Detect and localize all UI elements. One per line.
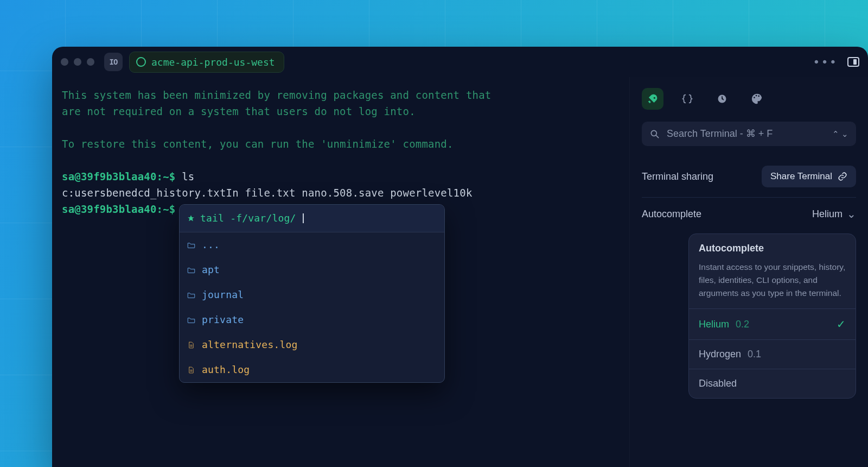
autocomplete-item[interactable]: alternatives.log	[180, 332, 444, 357]
share-terminal-button[interactable]: Share Terminal	[762, 166, 856, 187]
motd-line: are not required on a system that users …	[62, 103, 623, 119]
host-pill[interactable]: acme-api-prod-us-west	[129, 52, 284, 73]
side-tabs	[642, 88, 856, 110]
sharing-label: Terminal sharing	[642, 171, 713, 182]
card-desc: Instant access to your snippets, history…	[689, 256, 856, 309]
autocomplete-current-text: tail -f/var/log/	[200, 210, 296, 226]
ls-output: c:usersbenedcd_history.txtIn file.txt na…	[62, 185, 623, 201]
autocomplete-item-label: auth.log	[202, 362, 250, 378]
card-title: Autocomplete	[689, 234, 856, 256]
panel-toggle-icon[interactable]	[847, 57, 859, 67]
autocomplete-row: Autocomplete Helium ⌄	[642, 200, 856, 228]
app-badge: IO	[104, 53, 123, 71]
check-icon: ✓	[837, 318, 846, 331]
text-cursor	[303, 213, 304, 223]
svg-point-5	[651, 130, 656, 136]
autocomplete-item-label: apt	[202, 262, 220, 278]
link-icon	[838, 172, 847, 181]
host-name: acme-api-prod-us-west	[151, 56, 275, 68]
autocomplete-option[interactable]: Disabled	[689, 369, 856, 398]
autocomplete-item-label: journal	[202, 287, 244, 303]
autocomplete-item-label: ...	[202, 237, 220, 253]
search-field[interactable]: ⌃ ⌄	[642, 122, 856, 146]
titlebar: IO acme-api-prod-us-west •••	[52, 47, 868, 77]
search-input[interactable]	[667, 128, 826, 140]
search-icon	[649, 129, 660, 140]
autocomplete-selector[interactable]: Helium ⌄	[812, 207, 856, 220]
sharing-row: Terminal sharing Share Terminal	[642, 158, 856, 195]
traffic-lights	[61, 58, 94, 66]
autocomplete-selected: Helium	[812, 209, 843, 220]
clock-icon	[717, 93, 727, 104]
autocomplete-item[interactable]: ...	[180, 232, 444, 257]
tab-theme[interactable]	[746, 88, 768, 110]
tab-history[interactable]	[711, 88, 733, 110]
window-body: This system has been minimized by removi…	[52, 77, 868, 467]
side-panel: ⌃ ⌄ Terminal sharing Share Terminal Auto…	[629, 77, 868, 467]
autocomplete-item[interactable]: private	[180, 307, 444, 332]
autocomplete-item-label: private	[202, 312, 244, 328]
autocomplete-label: Autocomplete	[642, 209, 701, 220]
share-button-label: Share Terminal	[770, 171, 832, 182]
chevron-down-icon: ⌄	[847, 207, 856, 220]
tab-launch[interactable]	[642, 88, 663, 110]
titlebar-right: •••	[813, 55, 859, 69]
shell-prompt: sa@39f9b3blaa40:~$	[62, 203, 182, 215]
chevron-up-icon[interactable]: ⌃	[832, 129, 839, 139]
motd-line: This system has been minimized by removi…	[62, 87, 623, 103]
minimize-dot[interactable]	[74, 58, 81, 66]
rocket-icon	[187, 214, 195, 222]
autocomplete-item[interactable]: apt	[180, 257, 444, 282]
autocomplete-current: tail -f/var/log/	[180, 205, 444, 232]
maximize-dot[interactable]	[87, 58, 94, 66]
option-name: Hydrogen	[699, 349, 741, 360]
autocomplete-option[interactable]: Hydrogen0.1	[689, 340, 856, 369]
autocomplete-item[interactable]: journal	[180, 282, 444, 307]
option-name: Disabled	[699, 378, 737, 389]
command-text: ls	[182, 171, 194, 182]
option-name: Helium	[699, 319, 729, 330]
terminal-window: IO acme-api-prod-us-west ••• This system…	[52, 47, 868, 467]
option-version: 0.2	[736, 319, 749, 330]
more-icon[interactable]: •••	[813, 55, 838, 69]
autocomplete-option[interactable]: Helium0.2✓	[689, 309, 856, 340]
svg-line-6	[656, 135, 659, 137]
tab-braces[interactable]	[676, 88, 698, 110]
close-dot[interactable]	[61, 58, 68, 66]
autocomplete-item-label: alternatives.log	[202, 337, 298, 353]
palette-icon	[751, 93, 763, 105]
chevron-down-icon[interactable]: ⌄	[841, 129, 848, 139]
rocket-icon	[647, 93, 658, 104]
motd-line: To restore this content, you can run the…	[62, 136, 623, 152]
shell-prompt: sa@39f9b3blaa40:~$	[62, 171, 182, 182]
search-nav: ⌃ ⌄	[832, 129, 848, 139]
ubuntu-icon	[136, 57, 146, 67]
autocomplete-popup: tail -f/var/log/ ...aptjournalprivatealt…	[179, 204, 445, 383]
terminal-pane[interactable]: This system has been minimized by removi…	[52, 77, 629, 467]
autocomplete-card: Autocomplete Instant access to your snip…	[688, 234, 856, 399]
autocomplete-item[interactable]: auth.log	[180, 357, 444, 382]
braces-icon	[681, 93, 693, 105]
option-version: 0.1	[748, 349, 761, 360]
